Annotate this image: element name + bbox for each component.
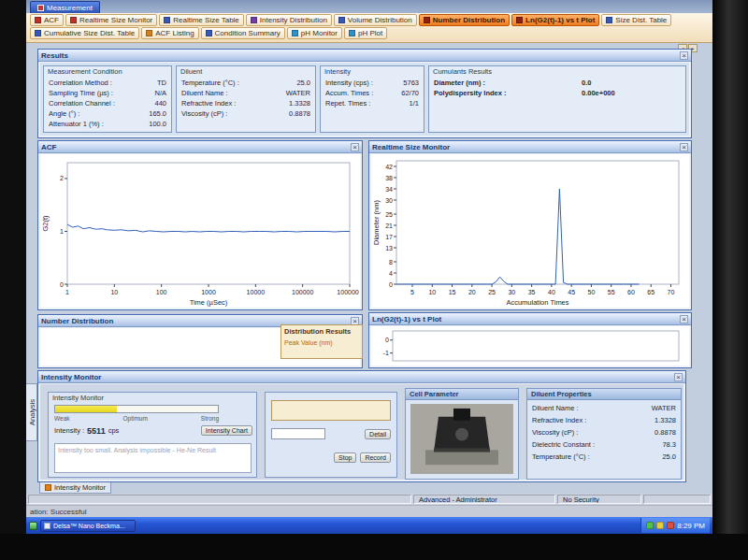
field-label: Temperature (°C) : (181, 78, 239, 88)
toolbar-tab-label: pH Plot (358, 29, 382, 37)
diluent-properties-rows: Diluent Name :WATERRefractive Index :1.3… (527, 400, 681, 463)
cumulative-size-dist-table-tab-icon (35, 30, 41, 36)
field-row: Temperature (°C) :25.0 (181, 78, 310, 88)
toolbar-tab-ln-g2-t-1-vs-t-plot[interactable]: Ln(G2(t)-1) vs t Plot (511, 14, 599, 26)
intensity-level-bar (54, 405, 219, 413)
detail-button[interactable]: Detail (365, 429, 391, 439)
acf-panel: ACF × 0121101001000100001000001000000Tim… (37, 140, 363, 310)
close-icon[interactable]: × (680, 51, 688, 60)
svg-text:0: 0 (385, 337, 389, 343)
toolbar-tab-realtime-size-monitor[interactable]: Realtime Size Monitor (65, 14, 157, 26)
field-label: Temperature (°C) : (532, 451, 590, 463)
intensity-message: Intensity too small. Analysis impossible… (54, 443, 252, 473)
tray-alert-icon[interactable] (656, 522, 664, 529)
toolbar-tab-ph-monitor[interactable]: pH Monitor (287, 27, 342, 39)
field-value: 78.3 (662, 438, 676, 451)
ln-plot-tab-icon (516, 17, 523, 23)
toolbar: ACFRealtime Size MonitorRealtime Size Ta… (26, 13, 712, 43)
toolbar-tab-label: Ln(G2(t)-1) vs t Plot (525, 16, 595, 24)
svg-text:35: 35 (528, 289, 536, 295)
field-label: Polydispersity Index : (434, 88, 548, 98)
field-label: Dielectric Constant : (532, 438, 595, 451)
field-value: 0.00e+000 (582, 88, 615, 98)
intensity-chart-button[interactable]: Intensity Chart (201, 425, 252, 436)
tab-measurement[interactable]: Measurement (30, 1, 100, 13)
taskbar-button-delsa[interactable]: Delsa™ Nano Beckma... (40, 520, 136, 532)
size-monitor-panel-title: Realtime Size Monitor (372, 143, 677, 151)
field-row: Repet. Times :1/1 (325, 98, 419, 108)
field-label: Attenuator 1 (%) : (49, 119, 104, 129)
toolbar-tab-label: Cumulative Size Dist. Table (44, 29, 135, 37)
toolbar-tab-acf-listing[interactable]: ACF Listing (141, 27, 198, 39)
svg-text:10: 10 (110, 289, 118, 295)
toolbar-tab-number-distribution[interactable]: Number Distribution (419, 14, 510, 26)
field-value: 0.8878 (289, 108, 310, 119)
field-value: 0.0 (582, 78, 591, 88)
tray-status-icon[interactable] (667, 522, 674, 529)
app-window-icon (44, 523, 50, 529)
close-icon[interactable]: × (680, 143, 688, 151)
record-button[interactable]: Record (360, 452, 391, 463)
control-row-1: Detail (271, 428, 391, 439)
close-icon[interactable]: × (351, 143, 359, 151)
window-tab-strip: Measurement (26, 0, 712, 13)
quick-launch-icon[interactable] (29, 522, 37, 530)
close-icon[interactable]: × (674, 373, 683, 381)
field-row: Dielectric Constant :78.3 (527, 438, 681, 451)
field-row: Attenuator 1 (%) :100.0 (49, 119, 166, 129)
intensity-monitor-title: Intensity Monitor (41, 373, 671, 381)
dock-tab-intensity-monitor[interactable]: Intensity Monitor (39, 482, 111, 494)
ln-plot-title: Ln(G2(t)-1) vs t Plot (372, 315, 677, 323)
monitor-bezel-bottom (0, 534, 748, 560)
field-value: 0.8878 (654, 426, 676, 438)
tray-shield-icon[interactable] (646, 522, 654, 529)
svg-text:38: 38 (385, 175, 393, 181)
screen: Measurement ACFRealtime Size MonitorReal… (26, 0, 712, 534)
field-label: Correlation Channel : (49, 98, 115, 108)
toolbar-tab-size-dist-table[interactable]: Size Dist. Table (601, 14, 671, 26)
results-group-cumulants-results: Cumulants ResultsDiameter (nm) :0.0Polyd… (428, 65, 686, 133)
peak-value-label: Peak Value (nm) (284, 339, 359, 346)
realtime-size-monitor-panel: Realtime Size Monitor × 0481317212530343… (368, 140, 692, 310)
toolbar-tab-volume-distribution[interactable]: Volume Distribution (334, 14, 417, 26)
svg-text:30: 30 (385, 197, 393, 204)
tab-measurement-label: Measurement (47, 4, 93, 12)
close-icon[interactable]: × (680, 315, 688, 323)
cell-photo-image (410, 404, 513, 474)
dock-tab-label: Intensity Monitor (54, 483, 106, 492)
realtime-size-table-tab-icon (164, 17, 170, 23)
results-panel: Results × Measurement ConditionCorrelati… (37, 49, 692, 138)
note-box (271, 400, 391, 421)
scale-strong-label: Strong (201, 415, 219, 422)
toolbar-tab-ph-plot[interactable]: pH Plot (344, 27, 387, 39)
size-dist-table-tab-icon (606, 17, 612, 23)
svg-text:42: 42 (385, 164, 393, 170)
toolbar-tab-realtime-size-table[interactable]: Realtime Size Table (159, 14, 244, 26)
taskbar: Delsa™ Nano Beckma... 8:29 PM (26, 517, 712, 534)
toolbar-tab-cumulative-size-dist-table[interactable]: Cumulative Size Dist. Table (30, 27, 139, 39)
toolbar-tab-acf[interactable]: ACF (30, 14, 64, 26)
svg-text:100: 100 (156, 289, 167, 295)
intensity-monitor-header: Intensity Monitor × (38, 371, 685, 383)
field-row: Refractive Index :1.3328 (527, 414, 681, 426)
field-value: 440 (154, 98, 166, 108)
toolbar-tab-condition-summary[interactable]: Condition Summary (201, 27, 285, 39)
sidebar-tab-analysis[interactable]: Analysis (26, 383, 37, 441)
acf-panel-header: ACF × (38, 141, 362, 153)
svg-text:45: 45 (568, 289, 575, 295)
svg-text:30: 30 (508, 289, 515, 295)
field-row: Sampling Time (µs) :N/A (49, 88, 166, 98)
cell-position-input[interactable] (271, 428, 325, 439)
field-value: 165.0 (149, 108, 166, 119)
diluent-properties-group: Diluent Properties Diluent Name :WATERRe… (526, 388, 682, 480)
results-group-diluent: DiluentTemperature (°C) :25.0Diluent Nam… (176, 65, 316, 133)
results-body: Measurement ConditionCorrelation Method … (40, 63, 689, 136)
svg-text:Accumulation Times: Accumulation Times (506, 298, 568, 307)
field-value: N/A (154, 88, 166, 98)
stop-button[interactable]: Stop (334, 452, 356, 463)
acf-panel-title: ACF (41, 143, 348, 151)
results-panel-header: Results × (38, 50, 691, 62)
results-group-intensity: IntensityIntensity (cps) :5763Accum. Tim… (320, 65, 424, 133)
status-bar: Advanced - Administrator No Security (26, 494, 712, 505)
toolbar-tab-intensity-distribution[interactable]: Intensity Distribution (246, 14, 332, 26)
